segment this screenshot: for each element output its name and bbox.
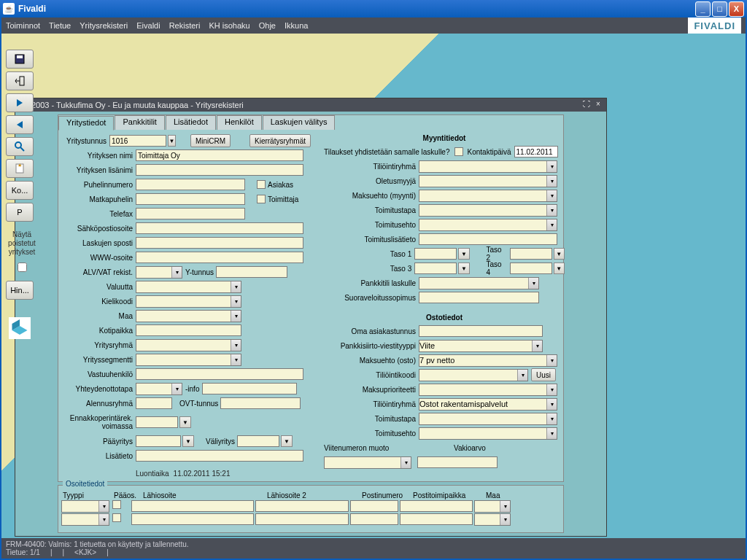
menu-ikkuna[interactable]: Ikkuna bbox=[285, 21, 308, 30]
taso3-lookup-button[interactable]: ▼ bbox=[458, 262, 469, 274]
vastuu-field[interactable] bbox=[136, 368, 303, 380]
lisanimi-field[interactable] bbox=[136, 164, 303, 176]
inner-restore-button[interactable]: ⛶ bbox=[581, 100, 592, 110]
kierratysryhmat-button[interactable]: Kierrätysryhmät bbox=[249, 134, 311, 147]
yritysryhma-combo[interactable]: ▾ bbox=[136, 339, 241, 351]
new-icon[interactable]: ★ bbox=[6, 159, 34, 178]
menu-yritysrekisteri[interactable]: Yritysrekisteri bbox=[80, 21, 128, 30]
tiliointikoodi-combo[interactable]: ▾ bbox=[419, 369, 528, 381]
kielikoodi-combo[interactable]: ▾ bbox=[136, 295, 241, 308]
yhteyden-info-field[interactable] bbox=[202, 383, 297, 394]
matka-field[interactable] bbox=[136, 193, 245, 205]
oma-asiakas-field[interactable] bbox=[419, 325, 543, 337]
addr-maa-2[interactable]: ▾ bbox=[474, 513, 511, 526]
addr-paaos-2[interactable] bbox=[112, 513, 121, 522]
menu-rekisteri[interactable]: Rekisteri bbox=[169, 21, 201, 30]
search-icon[interactable] bbox=[6, 137, 34, 156]
oletusmyyja-combo[interactable]: ▾ bbox=[419, 175, 557, 187]
toimitusehto-osto-combo[interactable]: ▾ bbox=[419, 427, 557, 440]
addr-postinumero-2[interactable] bbox=[350, 513, 398, 525]
paayritys-lookup-button[interactable]: ▼ bbox=[182, 435, 194, 447]
exit-left-icon[interactable] bbox=[6, 71, 34, 90]
vakioarvo-field[interactable] bbox=[417, 456, 498, 468]
lisatieto-field[interactable] bbox=[136, 450, 303, 462]
pankkitili-combo[interactable]: ▾ bbox=[419, 277, 539, 289]
yhteyden-combo[interactable]: ▾ bbox=[136, 383, 182, 395]
minicrm-button[interactable]: MiniCRM bbox=[190, 134, 231, 147]
alvvat-combo[interactable]: ▾ bbox=[136, 266, 182, 279]
addr-lahiosoite-2[interactable] bbox=[131, 513, 254, 525]
addr-lahiosoite2-1[interactable] bbox=[255, 500, 349, 512]
uusi-button[interactable]: Uusi bbox=[531, 368, 556, 381]
toimituslisatieto-field[interactable] bbox=[419, 233, 557, 245]
valiyritys-field[interactable] bbox=[237, 435, 279, 447]
close-button[interactable]: X bbox=[729, 1, 744, 17]
addr-lahiosoite2-2[interactable] bbox=[255, 513, 349, 525]
next-icon[interactable] bbox=[6, 93, 34, 112]
addr-tyyppi-1[interactable]: ▾ bbox=[61, 500, 109, 513]
addr-paaos-1[interactable] bbox=[112, 500, 121, 509]
kontaktipv-field[interactable] bbox=[514, 146, 558, 158]
addr-postitoimi-2[interactable] bbox=[400, 513, 473, 525]
menu-ohje[interactable]: Ohje bbox=[259, 21, 276, 30]
tab-yritystiedot[interactable]: Yritystiedot bbox=[58, 116, 114, 131]
pankkisiirto-combo[interactable]: Viite▾ bbox=[419, 340, 543, 352]
minimize-button[interactable]: _ bbox=[695, 1, 711, 17]
taso4-field[interactable] bbox=[510, 262, 552, 274]
toimitustapa-osto-combo[interactable]: ▾ bbox=[419, 413, 557, 425]
maksuehto-osto-combo[interactable]: 7 pv netto▾ bbox=[419, 354, 557, 367]
tab-laskujen-valitys[interactable]: Laskujen välitys bbox=[263, 115, 336, 130]
suoraveloitus-field[interactable] bbox=[419, 292, 539, 303]
valuutta-combo[interactable]: ▾ bbox=[136, 281, 241, 293]
telefax-field[interactable] bbox=[136, 208, 245, 219]
valiyritys-lookup-button[interactable]: ▼ bbox=[281, 435, 293, 447]
ennakko-field[interactable] bbox=[136, 416, 178, 428]
tab-pankkitilit[interactable]: Pankkitilit bbox=[115, 115, 164, 130]
yrityksen-nimi-field[interactable] bbox=[136, 149, 303, 161]
paayritys-field[interactable] bbox=[136, 435, 181, 447]
ennakko-lookup-button[interactable]: ▼ bbox=[179, 416, 191, 428]
www-field[interactable] bbox=[136, 252, 303, 263]
tilaukset-checkbox[interactable] bbox=[454, 147, 463, 156]
toimitustapa-myynti-combo[interactable]: ▾ bbox=[419, 204, 557, 217]
puhelin-field[interactable] bbox=[136, 179, 245, 190]
menu-toiminnot[interactable]: Toiminnot bbox=[6, 21, 40, 30]
taso4-lookup-button[interactable]: ▼ bbox=[554, 262, 565, 274]
toimitusehto-myynti-combo[interactable]: ▾ bbox=[419, 219, 557, 231]
taso1-lookup-button[interactable]: ▼ bbox=[458, 248, 469, 260]
prev-icon[interactable] bbox=[6, 115, 34, 134]
addr-lahiosoite-1[interactable] bbox=[131, 500, 254, 512]
laskusposti-field[interactable] bbox=[136, 237, 303, 249]
inner-close-button[interactable]: × bbox=[593, 100, 603, 110]
asiakas-checkbox[interactable] bbox=[257, 180, 266, 189]
maksuprio-combo[interactable]: ▾ bbox=[419, 384, 557, 396]
menu-khisohaku[interactable]: KH isohaku bbox=[209, 21, 249, 30]
toimittaja-checkbox[interactable] bbox=[257, 195, 266, 203]
taso3-field[interactable] bbox=[414, 262, 457, 274]
addr-tyyppi-2[interactable]: ▾ bbox=[61, 513, 109, 526]
maa-combo[interactable]: ▾ bbox=[136, 310, 241, 322]
maksuehto-myynti-combo[interactable]: ▾ bbox=[419, 190, 557, 202]
yritystunnus-field[interactable] bbox=[109, 135, 166, 147]
taso1-field[interactable] bbox=[414, 248, 457, 260]
addr-postinumero-1[interactable] bbox=[350, 500, 398, 512]
ko-button[interactable]: Ko... bbox=[6, 181, 34, 200]
ytunnus-field[interactable] bbox=[216, 266, 287, 278]
sahkoposti-field[interactable] bbox=[136, 222, 303, 234]
viitenumeron-combo[interactable]: ▾ bbox=[324, 456, 411, 469]
menu-tietue[interactable]: Tietue bbox=[49, 21, 71, 30]
segmentti-combo[interactable]: ▾ bbox=[136, 354, 241, 366]
kotipaikka-field[interactable] bbox=[136, 324, 241, 336]
p-button[interactable]: P bbox=[6, 203, 34, 222]
alennus-field[interactable] bbox=[136, 397, 172, 409]
taso2-lookup-button[interactable]: ▼ bbox=[554, 248, 565, 260]
addr-maa-1[interactable]: ▾ bbox=[474, 500, 511, 513]
addr-postitoimi-1[interactable] bbox=[400, 500, 473, 512]
hin-button[interactable]: Hin... bbox=[6, 281, 34, 300]
ovt-field[interactable] bbox=[220, 397, 301, 409]
save-icon[interactable] bbox=[6, 50, 34, 69]
tab-lisatiedot[interactable]: Lisätiedot bbox=[166, 115, 216, 130]
menu-eivaldi[interactable]: Eivaldi bbox=[136, 21, 160, 30]
nayta-poistetut-checkbox[interactable] bbox=[18, 262, 27, 272]
yritystunnus-lookup-button[interactable]: ▼ bbox=[168, 135, 176, 147]
